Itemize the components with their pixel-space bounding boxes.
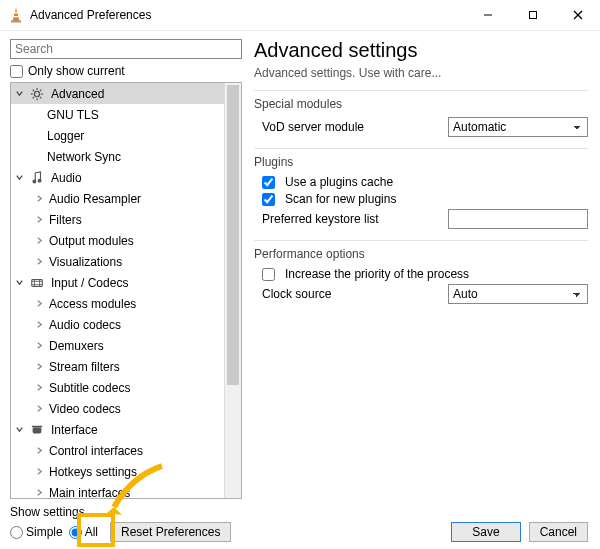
note-icon (29, 170, 45, 186)
tree-item-interface[interactable]: Interface (11, 419, 225, 440)
tree-item-visualizations[interactable]: Visualizations (11, 251, 225, 272)
tree-item-label: Audio codecs (47, 318, 121, 332)
tree-item-input-codecs[interactable]: Input / Codecs (11, 272, 225, 293)
radio-simple[interactable]: Simple (10, 525, 63, 539)
tree-item-hotkeys-settings[interactable]: Hotkeys settings (11, 461, 225, 482)
reset-preferences-button[interactable]: Reset Preferences (110, 522, 231, 542)
vlc-cone-icon (8, 7, 24, 23)
tree-item-label: Interface (49, 423, 98, 437)
tree-item-label: Control interfaces (47, 444, 143, 458)
tree-item-output-modules[interactable]: Output modules (11, 230, 225, 251)
tree-item-label: Advanced (49, 87, 104, 101)
tree-item-stream-filters[interactable]: Stream filters (11, 356, 225, 377)
svg-rect-2 (14, 12, 18, 13)
group-title: Performance options (254, 247, 588, 261)
tree-item-label: Demuxers (47, 339, 104, 353)
tree-item-label: Access modules (47, 297, 136, 311)
tree-item-audio[interactable]: Audio (11, 167, 225, 188)
svg-line-16 (33, 97, 34, 98)
page-heading: Advanced settings (254, 39, 588, 62)
tree-item-label: Output modules (47, 234, 134, 248)
tree-item-label: Logger (45, 129, 84, 143)
window-title: Advanced Preferences (30, 8, 151, 22)
interface-icon (29, 422, 45, 438)
svg-rect-26 (32, 425, 43, 427)
only-show-current[interactable]: Only show current (10, 64, 242, 78)
scan-plugins-checkbox[interactable] (262, 193, 275, 206)
svg-rect-5 (529, 12, 536, 19)
tree-item-main-interfaces[interactable]: Main interfaces (11, 482, 225, 498)
only-show-current-label: Only show current (28, 64, 125, 78)
group-plugins: Plugins Use a plugins cache Scan for new… (254, 148, 588, 240)
chevron-right-icon (35, 215, 47, 224)
tree-item-label: Stream filters (47, 360, 120, 374)
tree-item-gnu-tls[interactable]: GNU TLS (11, 104, 225, 125)
tree-item-access-modules[interactable]: Access modules (11, 293, 225, 314)
scan-plugins-field[interactable]: Scan for new plugins (262, 192, 588, 206)
tree-item-label: Subtitle codecs (47, 381, 130, 395)
tree-item-control-interfaces[interactable]: Control interfaces (11, 440, 225, 461)
codec-icon (29, 275, 45, 291)
svg-line-15 (40, 89, 41, 90)
chevron-down-icon (15, 278, 27, 287)
priority-checkbox[interactable] (262, 268, 275, 281)
clock-source-label: Clock source (262, 287, 442, 301)
svg-line-13 (33, 89, 34, 90)
tree-item-logger[interactable]: Logger (11, 125, 225, 146)
tree-item-subtitle-codecs[interactable]: Subtitle codecs (11, 377, 225, 398)
group-title: Plugins (254, 155, 588, 169)
svg-rect-1 (11, 21, 21, 23)
priority-field[interactable]: Increase the priority of the process (262, 267, 588, 281)
plugins-cache-field[interactable]: Use a plugins cache (262, 175, 588, 189)
svg-line-14 (40, 97, 41, 98)
maximize-button[interactable] (510, 0, 555, 30)
chevron-right-icon (35, 194, 47, 203)
clock-source-select[interactable]: Auto (448, 284, 588, 304)
svg-point-8 (34, 91, 39, 96)
show-settings-panel: Show settings Simple All Reset Preferenc… (10, 499, 242, 542)
chevron-down-icon (15, 89, 27, 98)
chevron-right-icon (35, 236, 47, 245)
chevron-right-icon (35, 341, 47, 350)
svg-point-18 (38, 178, 42, 182)
tree-item-label: Input / Codecs (49, 276, 128, 290)
tree-item-audio-resampler[interactable]: Audio Resampler (11, 188, 225, 209)
tree-item-label: Visualizations (47, 255, 122, 269)
chevron-right-icon (35, 488, 47, 497)
only-show-current-checkbox[interactable] (10, 65, 23, 78)
tree-item-label: Video codecs (47, 402, 121, 416)
dialog-buttons: Save Cancel (254, 512, 588, 542)
chevron-right-icon (35, 320, 47, 329)
minimize-button[interactable] (465, 0, 510, 30)
radio-all[interactable]: All (69, 525, 98, 539)
chevron-right-icon (35, 362, 47, 371)
tree-item-filters[interactable]: Filters (11, 209, 225, 230)
tree-item-label: Filters (47, 213, 82, 227)
vod-server-select[interactable]: Automatic (448, 117, 588, 137)
keystore-label: Preferred keystore list (262, 212, 442, 226)
titlebar: Advanced Preferences (0, 0, 600, 31)
group-title: Special modules (254, 97, 588, 111)
tree-item-video-codecs[interactable]: Video codecs (11, 398, 225, 419)
search-input[interactable] (10, 39, 242, 59)
tree-item-audio-codecs[interactable]: Audio codecs (11, 314, 225, 335)
right-pane: Advanced settings Advanced settings. Use… (248, 31, 600, 549)
chevron-right-icon (35, 383, 47, 392)
svg-marker-0 (13, 8, 20, 21)
cancel-button[interactable]: Cancel (529, 522, 588, 542)
keystore-input[interactable] (448, 209, 588, 229)
tree-item-label: Audio (49, 171, 82, 185)
tree-item-advanced[interactable]: Advanced (11, 83, 225, 104)
close-button[interactable] (555, 0, 600, 30)
chevron-down-icon (15, 173, 27, 182)
show-settings-label: Show settings (10, 505, 242, 519)
save-button[interactable]: Save (451, 522, 520, 542)
vod-label: VoD server module (262, 120, 442, 134)
tree-item-network-sync[interactable]: Network Sync (11, 146, 225, 167)
page-note: Advanced settings. Use with care... (254, 66, 588, 80)
plugins-cache-checkbox[interactable] (262, 176, 275, 189)
chevron-right-icon (35, 257, 47, 266)
gear-icon (29, 86, 45, 102)
tree-scrollbar[interactable] (224, 83, 241, 498)
tree-item-demuxers[interactable]: Demuxers (11, 335, 225, 356)
